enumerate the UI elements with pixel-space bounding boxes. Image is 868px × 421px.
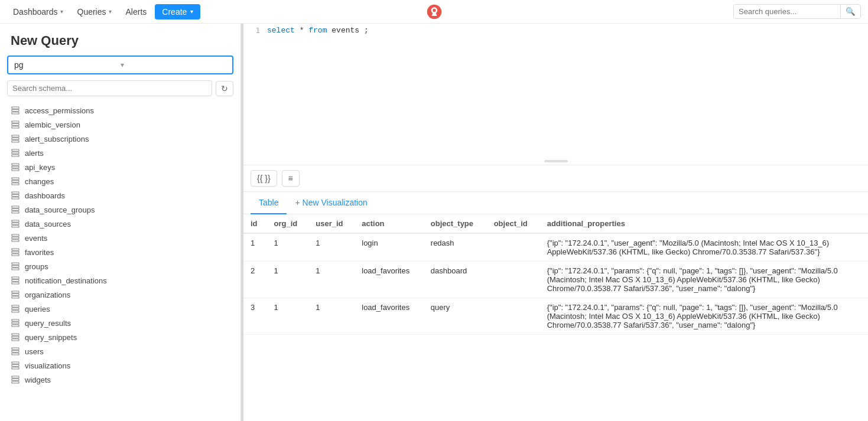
svg-rect-54	[12, 353, 19, 355]
nav-queries[interactable]: Queries ▾	[71, 4, 118, 20]
svg-rect-57	[12, 367, 19, 369]
schema-item-name: query_snippets	[25, 333, 77, 342]
schema-item[interactable]: organizations	[0, 288, 240, 302]
table-cell: 1	[308, 262, 355, 298]
schema-item[interactable]: changes	[0, 174, 240, 188]
svg-rect-21	[12, 197, 19, 199]
table-header-cell: user_id	[308, 214, 355, 233]
tab-table[interactable]: Table	[251, 192, 287, 214]
table-icon	[11, 162, 20, 172]
svg-rect-22	[12, 206, 19, 208]
datasource-selector[interactable]: pg ▾	[7, 56, 233, 74]
svg-rect-50	[12, 337, 19, 338]
schema-refresh-button[interactable]: ↻	[216, 81, 233, 96]
table-icon	[11, 318, 20, 328]
table-cell	[487, 262, 540, 298]
table-cell: redash	[424, 233, 487, 262]
nav-alerts[interactable]: Alerts	[120, 4, 153, 20]
table-icon	[11, 219, 20, 229]
nav-alerts-label: Alerts	[126, 7, 147, 17]
svg-rect-40	[12, 291, 19, 293]
tab-new-visualization[interactable]: + New Visualization	[287, 193, 375, 213]
svg-rect-7	[12, 135, 19, 137]
schema-item[interactable]: query_results	[0, 316, 240, 330]
schema-search-input[interactable]	[7, 80, 212, 96]
svg-rect-5	[12, 124, 19, 126]
code-editor[interactable]: 1 select * from events ;	[243, 24, 868, 165]
create-chevron-icon: ▾	[190, 8, 193, 15]
svg-rect-35	[12, 266, 19, 267]
table-icon	[11, 304, 20, 314]
svg-rect-16	[12, 178, 19, 180]
drag-handle[interactable]	[544, 160, 568, 162]
search-input[interactable]	[734, 5, 840, 18]
schema-item[interactable]: alert_subscriptions	[0, 132, 240, 146]
schema-item[interactable]: data_sources	[0, 217, 240, 231]
svg-rect-41	[12, 294, 19, 296]
kw-from: from	[308, 26, 327, 35]
svg-rect-55	[12, 362, 19, 364]
svg-rect-48	[12, 325, 19, 327]
schema-item[interactable]: query_snippets	[0, 330, 240, 344]
schema-item-name: changes	[25, 177, 54, 186]
table-body: 111loginredash{"ip": "172.24.0.1", "user…	[243, 233, 868, 335]
schema-item-name: data_source_groups	[25, 205, 95, 214]
schema-item[interactable]: alembic_version	[0, 118, 240, 132]
svg-rect-10	[12, 149, 19, 151]
table-cell: {"ip": "172.24.0.1", "params": {"q": nul…	[540, 262, 868, 298]
table-row: 311load_favoritesquery{"ip": "172.24.0.1…	[243, 298, 868, 335]
svg-rect-28	[12, 234, 19, 236]
schema-item-name: data_sources	[25, 220, 71, 229]
table-icon	[11, 205, 20, 214]
kw-table: events	[331, 26, 359, 35]
svg-rect-49	[12, 334, 19, 335]
svg-rect-25	[12, 220, 19, 222]
svg-rect-52	[12, 348, 19, 350]
schema-item[interactable]: alerts	[0, 146, 240, 160]
schema-list: access_permissions alembic_version alert…	[0, 101, 240, 421]
schema-item[interactable]: visualizations	[0, 358, 240, 373]
schema-item[interactable]: users	[0, 344, 240, 358]
table-cell: 1	[308, 298, 355, 335]
schema-item-name: widgets	[25, 376, 51, 384]
kw-select: select	[267, 26, 295, 35]
schema-item[interactable]: events	[0, 231, 240, 245]
nav-dashboards[interactable]: Dashboards ▾	[7, 4, 69, 20]
schema-item[interactable]: data_source_groups	[0, 203, 240, 217]
create-button[interactable]: Create ▾	[155, 4, 200, 19]
schema-item[interactable]: api_keys	[0, 160, 240, 174]
table-row: 111loginredash{"ip": "172.24.0.1", "user…	[243, 233, 868, 262]
search-box[interactable]: 🔍	[733, 4, 861, 19]
svg-rect-53	[12, 351, 19, 353]
table-icon	[11, 233, 20, 243]
format-button[interactable]: ≡	[282, 170, 300, 187]
svg-rect-11	[12, 152, 19, 154]
nav-queries-chevron-icon: ▾	[109, 8, 112, 15]
schema-item-name: access_permissions	[25, 106, 94, 115]
svg-point-0	[433, 8, 435, 11]
schema-item[interactable]: favorites	[0, 245, 240, 259]
schema-item[interactable]: groups	[0, 259, 240, 273]
svg-rect-27	[12, 226, 19, 227]
schema-item[interactable]: dashboards	[0, 188, 240, 203]
results-table: idorg_iduser_idactionobject_typeobject_i…	[243, 214, 868, 335]
table-cell: 1	[266, 262, 308, 298]
table-row: 211load_favoritesdashboard{"ip": "172.24…	[243, 262, 868, 298]
results-table-wrap: idorg_iduser_idactionobject_typeobject_i…	[243, 214, 868, 421]
svg-rect-12	[12, 155, 19, 156]
schema-item[interactable]: access_permissions	[0, 103, 240, 118]
params-button[interactable]: {{ }}	[251, 170, 277, 187]
schema-item[interactable]: queries	[0, 302, 240, 316]
schema-item[interactable]: widgets	[0, 373, 240, 387]
schema-item-name: alert_subscriptions	[25, 135, 89, 143]
table-header-cell: object_type	[424, 214, 487, 233]
results-area: Table + New Visualization idorg_iduser_i…	[243, 192, 868, 421]
search-button[interactable]: 🔍	[840, 5, 860, 18]
table-cell: 1	[243, 233, 266, 262]
svg-rect-47	[12, 322, 19, 324]
nav-logo	[426, 4, 443, 20]
table-header-cell: object_id	[487, 214, 540, 233]
table-header-row: idorg_iduser_idactionobject_typeobject_i…	[243, 214, 868, 233]
schema-item[interactable]: notification_destinations	[0, 273, 240, 288]
svg-rect-30	[12, 240, 19, 241]
